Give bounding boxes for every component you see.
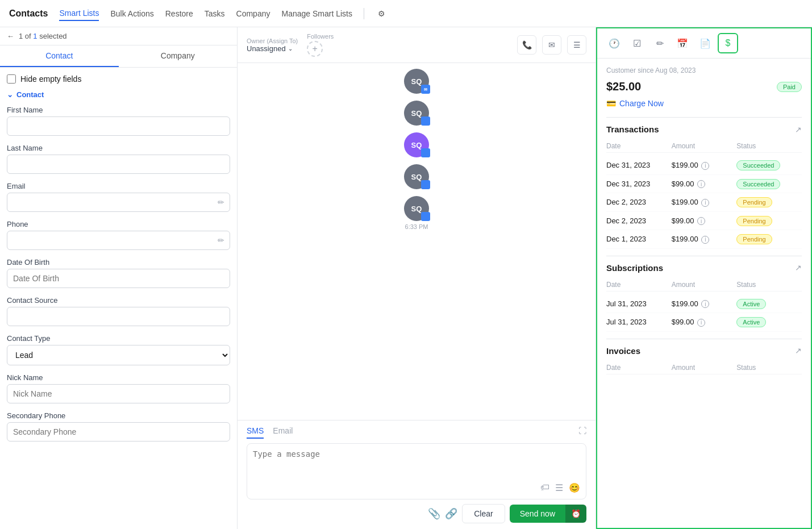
- email-label: Email: [7, 182, 230, 190]
- phone-icon-button[interactable]: 📞: [517, 35, 536, 55]
- compose-area: SMS Email ⛶ 🏷 ☰ 😊 📎 🔗 Clear Send now ⏰: [238, 420, 596, 529]
- customer-since: Customer since Aug 08, 2023: [606, 66, 802, 74]
- svg-rect-5: [423, 214, 428, 219]
- subscriptions-title: Subscriptions: [606, 263, 663, 273]
- nav-tasks[interactable]: Tasks: [205, 7, 225, 20]
- attachment-icon[interactable]: 📎: [428, 507, 440, 520]
- left-tabs: Contact Company: [0, 45, 237, 68]
- email-icon-button[interactable]: ✉: [542, 35, 561, 55]
- compose-box: 🏷 ☰ 😊: [247, 443, 586, 499]
- subscriptions-section-header: Subscriptions ↗: [606, 263, 802, 273]
- owner-section: Owner (Assign To) Unassigned ⌄: [247, 38, 298, 53]
- subscriptions-table-header: Date Amount Status: [606, 278, 802, 291]
- divider: [606, 256, 802, 256]
- nick-name-input[interactable]: [7, 384, 230, 403]
- filter-icon-button[interactable]: ☰: [567, 35, 586, 55]
- tab-sms[interactable]: SMS: [247, 426, 264, 439]
- avatar: SQ ✉: [404, 69, 429, 94]
- contact-source-field: Contact Source Order Forms: [7, 296, 230, 326]
- secondary-phone-input[interactable]: [7, 422, 230, 441]
- expand-icon[interactable]: ↗: [795, 125, 802, 134]
- date-of-birth-input[interactable]: [7, 269, 230, 288]
- tag-icon[interactable]: 🏷: [540, 482, 549, 493]
- divider: [606, 339, 802, 339]
- nav-manage-smart-lists[interactable]: Manage Smart Lists: [281, 7, 352, 20]
- tab-tasks-icon[interactable]: ☑: [627, 33, 647, 53]
- info-icon[interactable]: i: [701, 300, 709, 308]
- right-panel-tabs: 🕐 ☑ ✏ 📅 📄 $: [597, 28, 811, 59]
- info-icon[interactable]: i: [701, 162, 709, 170]
- info-icon[interactable]: i: [697, 319, 705, 327]
- contact-type-select[interactable]: Lead Customer Prospect: [7, 345, 230, 365]
- clear-button[interactable]: Clear: [462, 504, 505, 523]
- followers-section: Followers +: [307, 33, 334, 57]
- nav-company[interactable]: Company: [236, 7, 270, 20]
- middle-header: Owner (Assign To) Unassigned ⌄ Followers…: [238, 27, 596, 63]
- avatar-badge: ✉: [421, 85, 430, 94]
- table-row: Jul 31, 2023 $99.00 i Active: [606, 313, 802, 332]
- tab-document-icon[interactable]: 📄: [695, 33, 715, 53]
- tab-edit-icon[interactable]: ✏: [649, 33, 670, 53]
- emoji-icon[interactable]: 😊: [569, 482, 580, 493]
- gear-icon[interactable]: ⚙: [378, 9, 385, 18]
- nav-title: Contacts: [9, 9, 48, 19]
- info-icon[interactable]: i: [697, 180, 705, 188]
- last-name-field: Last Name: [7, 144, 230, 174]
- expand-icon[interactable]: ⛶: [578, 426, 586, 439]
- last-name-label: Last Name: [7, 144, 230, 152]
- compose-actions: 📎 🔗 Clear Send now ⏰: [247, 504, 586, 523]
- hide-empty-checkbox[interactable]: [7, 74, 16, 84]
- phone-label: Phone: [7, 220, 230, 228]
- amount-row: $25.00 Paid: [606, 80, 802, 93]
- expand-icon[interactable]: ↗: [795, 263, 802, 272]
- left-form: Hide empty fields ⌄ Contact First Name L…: [0, 68, 237, 456]
- info-icon[interactable]: i: [701, 199, 709, 207]
- last-name-input[interactable]: [7, 155, 230, 174]
- first-name-input[interactable]: [7, 116, 230, 136]
- nav-smart-lists[interactable]: Smart Lists: [59, 6, 99, 21]
- tab-email[interactable]: Email: [273, 426, 293, 439]
- date-of-birth-label: Date Of Birth: [7, 258, 230, 266]
- tab-contact[interactable]: Contact: [0, 45, 119, 67]
- list-item: SQ 6:33 PM: [404, 196, 429, 230]
- expand-icon[interactable]: ↗: [795, 346, 802, 355]
- svg-rect-2: [423, 118, 428, 124]
- owner-value[interactable]: Unassigned ⌄: [247, 44, 298, 53]
- status-badge: Pending: [736, 216, 772, 226]
- tab-calendar-icon[interactable]: 📅: [672, 33, 693, 53]
- tab-activity-icon[interactable]: 🕐: [604, 33, 624, 53]
- svg-rect-3: [423, 150, 428, 156]
- followers-label: Followers: [307, 33, 334, 40]
- contact-section-header[interactable]: ⌄ Contact: [7, 90, 230, 99]
- back-icon[interactable]: ←: [7, 32, 14, 40]
- divider: [606, 117, 802, 118]
- nick-name-label: Nick Name: [7, 373, 230, 382]
- nav-restore[interactable]: Restore: [165, 7, 193, 20]
- table-row: Jul 31, 2023 $199.00 i Active: [606, 295, 802, 314]
- nav-bulk-actions[interactable]: Bulk Actions: [110, 7, 153, 20]
- messages-area: SQ ✉ SQ SQ: [238, 63, 596, 420]
- send-now-button[interactable]: Send now: [510, 505, 565, 523]
- selection-header: ← 1 of 1 selected: [0, 27, 237, 45]
- tab-payments-icon[interactable]: $: [718, 33, 738, 53]
- tab-company[interactable]: Company: [119, 45, 238, 67]
- extra-icon[interactable]: 🔗: [445, 507, 457, 520]
- list-icon[interactable]: ☰: [555, 482, 563, 493]
- compose-textarea[interactable]: [253, 449, 580, 478]
- phone-input[interactable]: [7, 231, 230, 250]
- info-icon[interactable]: i: [697, 217, 705, 225]
- selection-info: 1 of 1 selected: [19, 32, 67, 40]
- owner-label: Owner (Assign To): [247, 38, 298, 44]
- contact-source-input[interactable]: Order Forms: [7, 307, 230, 326]
- status-badge: Succeeded: [736, 160, 780, 170]
- info-icon[interactable]: i: [701, 236, 709, 244]
- compose-icon-row: 🏷 ☰ 😊: [253, 482, 580, 493]
- email-input[interactable]: [7, 193, 230, 212]
- list-item: SQ: [404, 164, 429, 189]
- edit-icon: ✏: [218, 236, 224, 245]
- nav-separator: [364, 8, 364, 19]
- send-arrow-button[interactable]: ⏰: [565, 505, 586, 523]
- table-row: Dec 1, 2023 $199.00 i Pending: [606, 230, 802, 249]
- add-follower-button[interactable]: +: [307, 41, 323, 57]
- charge-now-button[interactable]: 💳 Charge Now: [606, 99, 802, 108]
